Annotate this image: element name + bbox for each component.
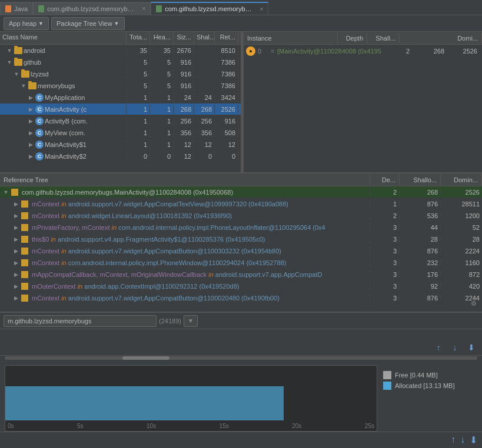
expand-memorybugs[interactable]: ▼: [20, 82, 27, 89]
expand-android[interactable]: ▼: [6, 47, 13, 54]
ref-cell-8: ▶ mOuterContext in android.app.ContextIm…: [0, 282, 370, 291]
tree-row-android[interactable]: ▼ android 35 35 2676 8510: [0, 45, 241, 56]
ref-expand-7[interactable]: ▶: [12, 271, 19, 278]
rh-dominator: Domin...: [441, 175, 482, 185]
app-heap-dropdown[interactable]: App heap ▼: [4, 17, 49, 30]
tree-row-activityb[interactable]: ▶ C ActivityB (com. 1 1 256 256 916: [0, 115, 241, 127]
legend-allocated-color: [383, 382, 391, 390]
ref-text-8: mOuterContext in android.app.ContextImpl…: [32, 283, 239, 290]
tc-ma2-shal: 0: [194, 152, 215, 161]
ref-row-2[interactable]: ▶ mContext in android.widget.LinearLayou…: [0, 210, 482, 222]
tree-row-myapp[interactable]: ▶ C MyApplication 1 1 24 24 3424: [0, 92, 241, 103]
chart-down-btn[interactable]: ↓: [449, 342, 461, 353]
rf-kw-3: in: [112, 224, 119, 231]
expand-github[interactable]: ▼: [6, 59, 13, 66]
ref-expand-root[interactable]: ▼: [2, 189, 9, 196]
ref-row-7[interactable]: ▶ mAppCompatCallback, mContext, mOrigina…: [0, 269, 482, 280]
ref-dm-root: 2526: [441, 189, 482, 196]
ref-row-5[interactable]: ▶ mContext in android.support.v7.widget.…: [0, 245, 482, 257]
ih-dominator: Domi...: [400, 33, 482, 44]
chart-export-btn[interactable]: ⬇: [466, 342, 477, 353]
ref-sh-root: 268: [400, 189, 441, 196]
chart-allocated-bar: [5, 386, 284, 420]
filter-input[interactable]: [4, 315, 157, 327]
tree-row-lzyzsd[interactable]: ▼ lzyzsd 5 5 916 7386: [0, 68, 241, 80]
ref-icon-root: [11, 189, 18, 196]
class-icon-ma1: C: [35, 141, 44, 149]
ref-num-5: 3: [370, 248, 400, 255]
ref-row-root[interactable]: ▼ com.github.lzyzsd.memorybugs.MainActiv…: [0, 186, 482, 198]
tab-hprof2-close[interactable]: ×: [260, 6, 263, 12]
class-name-github: github: [24, 59, 41, 66]
expand-myapp[interactable]: ▶: [27, 94, 34, 101]
chart-up-btn[interactable]: ↑: [433, 342, 444, 353]
ref-expand-8[interactable]: ▶: [12, 283, 19, 290]
expand-activityb[interactable]: ▶: [27, 118, 34, 125]
ref-expand-1[interactable]: ▶: [12, 200, 19, 208]
ref-icon-2: [21, 212, 28, 219]
tc-mv-total: 1: [127, 128, 150, 138]
ref-dm-8: 420: [441, 283, 482, 290]
ref-expand-5[interactable]: ▶: [12, 248, 19, 255]
tab-hprof1-close[interactable]: ×: [142, 5, 145, 12]
tab-hprof2[interactable]: com.github.lzyzsd.memorybugs_2016.05.22_…: [151, 2, 268, 15]
ref-row-9[interactable]: ▶ mContext in android.support.v7.widget.…: [0, 292, 482, 304]
class-name-activityb: ActivityB (com.: [45, 118, 88, 125]
hprof2-icon: [156, 5, 162, 12]
ref-row-1[interactable]: ▶ mContext in android.support.v7.widget.…: [0, 198, 482, 210]
scrollbar-thumb[interactable]: [122, 356, 169, 360]
ref-row-4[interactable]: ▶ this$0 in android.support.v4.app.Fragm…: [0, 233, 482, 245]
ref-dm-4: 28: [441, 236, 482, 243]
class-icon-mainactivity: C: [35, 105, 44, 113]
tree-row-ma2[interactable]: ▶ C MainActivity$2 0 0 12 0 0: [0, 151, 241, 162]
tree-row-github[interactable]: ▼ github 5 5 916 7386: [0, 56, 241, 68]
ref-dm-6: 1160: [441, 259, 482, 266]
class-name-myapp: MyApplication: [45, 94, 85, 101]
expand-lzyzsd[interactable]: ▼: [13, 71, 20, 78]
ref-row-6[interactable]: ▶ mContext in com.android.internal.polic…: [0, 257, 482, 269]
ref-cell-7: ▶ mAppCompatCallback, mContext, mOrigina…: [0, 270, 370, 279]
chart-nav-export[interactable]: ⬇: [470, 434, 477, 446]
tab-hprof1[interactable]: com.github.lzyzsd.memorybugs_2016.05.22_…: [33, 2, 151, 15]
tc-ab-size: 256: [174, 116, 194, 126]
settings-icon[interactable]: ⚙: [468, 297, 480, 309]
tree-row-myview[interactable]: ▶ C MyView (com. 1 1 356 356 508: [0, 127, 241, 139]
ref-expand-3[interactable]: ▶: [12, 224, 19, 231]
ref-row-8[interactable]: ▶ mOuterContext in android.app.ContextIm…: [0, 280, 482, 292]
instance-num: 0: [258, 48, 268, 55]
app-heap-arrow: ▼: [38, 21, 44, 26]
tree-row-ma1[interactable]: ▶ C MainActivity$1 1 1 12 12 12: [0, 139, 241, 151]
instance-row-0[interactable]: ● 0 = {MainActivity@1100284008 (0x4195 2…: [244, 45, 482, 58]
chart-nav-down[interactable]: ↓: [460, 434, 465, 446]
tree-row-memorybugs[interactable]: ▼ memorybugs 5 5 916 7386: [0, 80, 241, 92]
ref-text-4: this$0 in android.support.v4.app.Fragmen…: [32, 236, 265, 243]
ref-expand-6[interactable]: ▶: [12, 259, 19, 266]
ref-expand-4[interactable]: ▶: [12, 236, 19, 243]
package-tree-dropdown[interactable]: Package Tree View ▼: [51, 17, 125, 30]
class-name-lzyzsd: lzyzsd: [31, 71, 49, 78]
ref-dm-5: 2224: [441, 248, 482, 255]
ref-sh-7: 176: [400, 271, 441, 278]
chart-nav-up[interactable]: ↑: [451, 434, 456, 446]
tc-android-total: 35: [127, 46, 150, 55]
instance-dominator: 2526: [450, 48, 480, 55]
ref-expand-9[interactable]: ▶: [12, 295, 19, 302]
tc-github-size: 916: [174, 58, 194, 67]
folder-icon-memorybugs: [28, 82, 36, 89]
ref-num-root: 2: [370, 189, 400, 196]
tc-ab-ret: 916: [215, 116, 238, 126]
expand-ma1[interactable]: ▶: [27, 141, 34, 148]
tab-java[interactable]: Java: [0, 2, 33, 15]
ref-expand-2[interactable]: ▶: [12, 212, 19, 219]
instance-shallow: 268: [415, 48, 448, 55]
ref-row-3[interactable]: ▶ mPrivateFactory, mContext in com.andro…: [0, 222, 482, 233]
ref-num-1: 1: [370, 200, 400, 208]
expand-mainactivity[interactable]: ▶: [27, 106, 34, 113]
expand-myview[interactable]: ▶: [27, 129, 34, 136]
expand-ma2[interactable]: ▶: [27, 153, 34, 160]
tree-row-mainactivity[interactable]: ▶ C MainActivity (c 1 1 268 268 2526: [0, 103, 241, 115]
instance-bullet: ●: [246, 46, 255, 56]
ref-dm-2: 1200: [441, 212, 482, 219]
ref-tree-rows: ▼ com.github.lzyzsd.memorybugs.MainActiv…: [0, 186, 482, 312]
filter-dropdown[interactable]: ▼: [184, 315, 198, 327]
